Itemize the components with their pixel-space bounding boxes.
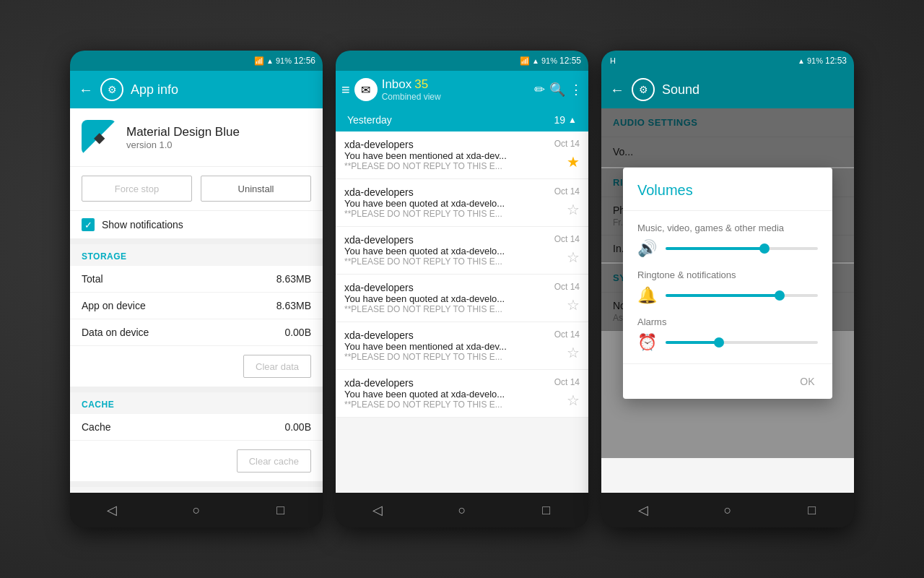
status-bar-3: H ▲ 91% 12:53 — [601, 51, 854, 71]
settings-circle-3: ⚙ — [632, 78, 655, 101]
email-meta-1: Oct 14 ☆ — [554, 186, 580, 218]
back-icon-1[interactable]: ← — [79, 82, 93, 98]
email-subject-1: You have been quoted at xda-develo... — [344, 198, 547, 209]
email-preview-1: **PLEASE DO NOT REPLY TO THIS E... — [344, 209, 547, 219]
status-icons-1: 📶 ▲ 91% 12:56 — [254, 56, 315, 66]
email-date-0: Oct 14 — [554, 139, 580, 149]
nav-recent-1[interactable]: □ — [266, 496, 295, 525]
email-star-1[interactable]: ☆ — [567, 201, 580, 218]
notifications-label: Show notifications — [102, 219, 183, 230]
nav-recent-3[interactable]: □ — [798, 496, 827, 525]
compose-icon[interactable]: ✏ — [534, 82, 545, 98]
back-icon-3[interactable]: ← — [610, 82, 624, 98]
battery-indicator-2: 91% — [541, 56, 557, 65]
clear-data-button[interactable]: Clear data — [243, 355, 311, 378]
email-item-4[interactable]: xda-developers You have been mentioned a… — [336, 322, 588, 370]
ringtone-volume-row[interactable]: 🔔 — [637, 286, 818, 305]
show-notifications-row[interactable]: ✓ Show notifications — [70, 211, 323, 244]
alarm-volume-label: Alarms — [637, 316, 818, 327]
storage-app-value: 8.63MB — [276, 300, 311, 311]
email-item-2[interactable]: xda-developers You have been quoted at x… — [336, 227, 588, 275]
signal-icon-2: ▲ — [532, 57, 539, 65]
email-meta-2: Oct 14 ☆ — [554, 234, 580, 266]
ringtone-volume-fill — [666, 294, 780, 297]
media-volume-fill — [666, 247, 764, 250]
clear-cache-row: Clear cache — [70, 441, 323, 487]
app-bar-3: ← ⚙ Sound — [601, 71, 854, 108]
storage-total-value: 8.63MB — [276, 273, 311, 285]
launch-default-header: LAUNCH BY DEFAULT — [70, 487, 323, 493]
ringtone-volume-label: Ringtone & notifications — [637, 269, 818, 280]
email-star-5[interactable]: ☆ — [567, 392, 580, 409]
force-stop-button[interactable]: Force stop — [82, 176, 192, 202]
email-item-3[interactable]: xda-developers You have been quoted at x… — [336, 275, 588, 322]
email-star-2[interactable]: ☆ — [567, 249, 580, 266]
email-date-3: Oct 14 — [554, 282, 580, 292]
search-icon-inbox[interactable]: 🔍 — [549, 82, 565, 98]
status-time-1: 12:56 — [294, 56, 315, 66]
email-star-4[interactable]: ☆ — [567, 344, 580, 361]
cache-value: 0.00B — [284, 421, 311, 433]
alarm-volume-row[interactable]: ⏰ — [637, 333, 818, 352]
app-version: version 1.0 — [126, 139, 240, 150]
media-volume-section: Music, video, games & other media 🔊 — [637, 223, 818, 258]
phone-2: 📶 ▲ 91% 12:55 ≡ ✉ Inbox 35 Combined view… — [336, 51, 588, 527]
menu-icon[interactable]: ≡ — [341, 82, 350, 98]
app-bar-1: ← ⚙ App info — [70, 71, 323, 108]
nav-back-3[interactable]: ◁ — [629, 496, 658, 525]
storage-total-row: Total 8.63MB — [70, 266, 323, 293]
email-star-3[interactable]: ☆ — [567, 296, 580, 314]
uninstall-button[interactable]: Uninstall — [201, 176, 311, 202]
dialog-overlay: Volumes Music, video, games & other medi… — [601, 108, 854, 458]
status-bar-2: 📶 ▲ 91% 12:55 — [336, 51, 588, 71]
screen-content-1: Material Design Blue version 1.0 Force s… — [70, 108, 323, 493]
email-subject-3: You have been quoted at xda-develo... — [344, 293, 547, 304]
day-header: Yesterday 19 ▲ — [336, 108, 588, 131]
media-volume-slider[interactable] — [666, 247, 818, 250]
media-volume-thumb[interactable] — [759, 243, 770, 254]
storage-data-value: 0.00B — [284, 327, 311, 338]
nav-home-2[interactable]: ○ — [448, 496, 476, 525]
email-meta-5: Oct 14 ☆ — [554, 377, 580, 409]
status-icons-2: 📶 ▲ 91% 12:55 — [520, 56, 581, 66]
email-subject-4: You have been mentioned at xda-dev... — [344, 341, 547, 352]
status-time-3: 12:53 — [825, 56, 847, 66]
battery-indicator-3: 91% — [807, 56, 823, 65]
more-icon-inbox[interactable]: ⋮ — [570, 82, 583, 98]
storage-header: STORAGE — [70, 244, 323, 266]
nav-back-2[interactable]: ◁ — [363, 496, 392, 525]
clear-cache-button[interactable]: Clear cache — [237, 449, 311, 473]
nav-recent-2[interactable]: □ — [532, 496, 561, 525]
status-time-2: 12:55 — [559, 56, 581, 66]
inbox-title: Inbox — [382, 77, 412, 92]
email-preview-0: **PLEASE DO NOT REPLY TO THIS E... — [344, 161, 547, 171]
media-volume-row[interactable]: 🔊 — [637, 239, 818, 258]
storage-app-label: App on device — [82, 300, 146, 311]
email-item-5[interactable]: xda-developers You have been quoted at x… — [336, 370, 588, 418]
alarm-volume-fill — [666, 341, 719, 344]
cache-label: Cache — [82, 421, 110, 433]
email-main-5: xda-developers You have been quoted at x… — [344, 377, 547, 410]
nav-home-3[interactable]: ○ — [713, 496, 742, 525]
email-date-2: Oct 14 — [554, 234, 580, 244]
nav-home-1[interactable]: ○ — [182, 496, 211, 525]
nav-back-1[interactable]: ◁ — [97, 496, 126, 525]
email-item-1[interactable]: xda-developers You have been quoted at x… — [336, 179, 588, 227]
email-item-0[interactable]: xda-developers You have been mentioned a… — [336, 131, 588, 179]
alarm-volume-thumb[interactable] — [714, 337, 724, 348]
media-volume-label: Music, video, games & other media — [637, 223, 818, 233]
email-preview-4: **PLEASE DO NOT REPLY TO THIS E... — [344, 352, 547, 362]
ringtone-volume-slider[interactable] — [666, 294, 818, 297]
ringtone-volume-thumb[interactable] — [775, 290, 785, 301]
page-title-1: App info — [131, 82, 314, 98]
notifications-checkbox[interactable]: ✓ — [82, 218, 95, 231]
sound-screen: Audio settings Vo... RINGTONE Ph... Fr..… — [601, 108, 854, 493]
alarm-volume-section: Alarms ⏰ — [637, 316, 818, 352]
app-name: Material Design Blue — [126, 125, 240, 139]
email-main-0: xda-developers You have been mentioned a… — [344, 139, 547, 171]
email-star-0[interactable]: ★ — [567, 153, 580, 171]
alarm-volume-slider[interactable] — [666, 341, 818, 344]
email-main-2: xda-developers You have been quoted at x… — [344, 234, 547, 267]
email-from-2: xda-developers — [344, 234, 547, 246]
ok-button[interactable]: OK — [788, 370, 827, 393]
